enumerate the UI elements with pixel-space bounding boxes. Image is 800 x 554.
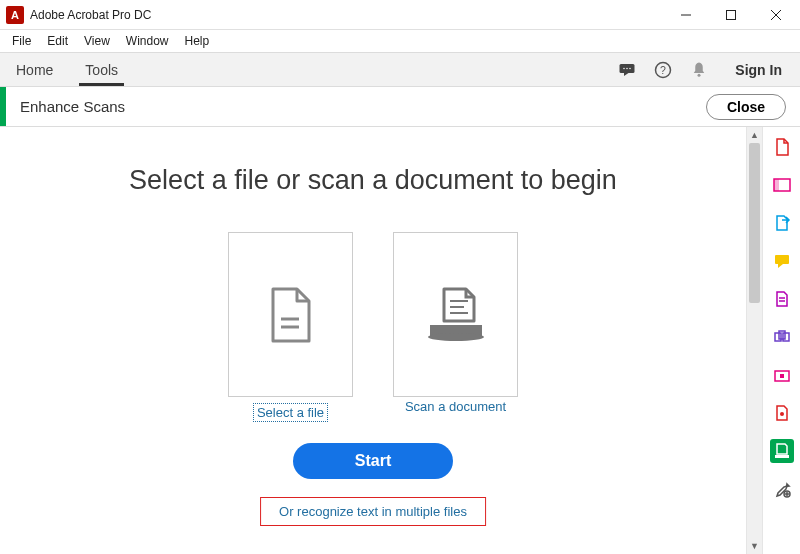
svg-rect-19 xyxy=(774,179,779,191)
svg-rect-24 xyxy=(775,333,781,341)
tab-tools[interactable]: Tools xyxy=(69,53,134,86)
document-icon xyxy=(265,285,317,345)
tabbar: Home Tools ? Sign In xyxy=(0,52,800,87)
content-pane: Select a file or scan a document to begi… xyxy=(0,127,746,554)
titlebar: A Adobe Acrobat Pro DC xyxy=(0,0,800,30)
scan-document-thumbnail xyxy=(393,232,518,397)
window-minimize-button[interactable] xyxy=(663,0,708,30)
vertical-scrollbar[interactable]: ▲ ▼ xyxy=(746,127,762,554)
compress-icon[interactable] xyxy=(770,401,794,425)
signin-button[interactable]: Sign In xyxy=(717,53,800,86)
svg-point-6 xyxy=(624,67,626,69)
notifications-icon[interactable] xyxy=(681,53,717,86)
app-logo-icon: A xyxy=(6,6,24,24)
menu-help[interactable]: Help xyxy=(177,32,218,50)
start-button[interactable]: Start xyxy=(293,443,453,479)
tool-name: Enhance Scans xyxy=(6,98,706,115)
edit-pdf-icon[interactable] xyxy=(770,173,794,197)
scroll-thumb[interactable] xyxy=(749,143,760,303)
scan-document-card[interactable]: Scan a document xyxy=(393,232,518,421)
option-cards: Select a file Scan a document xyxy=(0,232,746,421)
svg-point-7 xyxy=(627,67,629,69)
tool-header: Enhance Scans Close xyxy=(0,87,800,127)
scroll-track[interactable] xyxy=(747,143,762,538)
page-heading: Select a file or scan a document to begi… xyxy=(0,165,746,196)
tool-close-button[interactable]: Close xyxy=(706,94,786,120)
menu-view[interactable]: View xyxy=(76,32,118,50)
menubar: File Edit View Window Help xyxy=(0,30,800,52)
organize-icon[interactable] xyxy=(770,287,794,311)
svg-marker-5 xyxy=(624,73,629,76)
right-tool-rail xyxy=(762,127,800,554)
recognize-multiple-files-link[interactable]: Or recognize text in multiple files xyxy=(260,497,486,526)
workarea: Select a file or scan a document to begi… xyxy=(0,127,800,554)
messages-icon[interactable] xyxy=(609,53,645,86)
select-file-card[interactable]: Select a file xyxy=(228,232,353,421)
svg-text:?: ? xyxy=(660,63,666,75)
scroll-down-arrow-icon[interactable]: ▼ xyxy=(747,538,762,554)
select-file-thumbnail xyxy=(228,232,353,397)
enhance-scans-icon[interactable] xyxy=(770,439,794,463)
create-pdf-icon[interactable] xyxy=(770,135,794,159)
scan-document-label[interactable]: Scan a document xyxy=(405,399,506,414)
window-title: Adobe Acrobat Pro DC xyxy=(30,8,663,22)
svg-rect-25 xyxy=(779,331,785,339)
scroll-up-arrow-icon[interactable]: ▲ xyxy=(747,127,762,143)
combine-icon[interactable] xyxy=(770,325,794,349)
comment-icon[interactable] xyxy=(770,249,794,273)
svg-rect-30 xyxy=(775,455,789,458)
select-file-label[interactable]: Select a file xyxy=(255,405,326,420)
tab-home[interactable]: Home xyxy=(0,53,69,86)
svg-point-29 xyxy=(780,412,784,416)
menu-edit[interactable]: Edit xyxy=(39,32,76,50)
help-icon[interactable]: ? xyxy=(645,53,681,86)
svg-rect-20 xyxy=(775,255,789,264)
svg-point-11 xyxy=(698,73,701,76)
svg-point-8 xyxy=(630,67,632,69)
menu-window[interactable]: Window xyxy=(118,32,177,50)
window-maximize-button[interactable] xyxy=(708,0,753,30)
window-close-button[interactable] xyxy=(753,0,798,30)
scanner-icon xyxy=(424,287,488,343)
protect-icon[interactable] xyxy=(770,363,794,387)
menu-file[interactable]: File xyxy=(4,32,39,50)
svg-rect-1 xyxy=(726,10,735,19)
svg-point-17 xyxy=(428,333,484,341)
more-tools-icon[interactable] xyxy=(770,477,794,501)
svg-marker-21 xyxy=(778,264,783,268)
export-pdf-icon[interactable] xyxy=(770,211,794,235)
svg-rect-28 xyxy=(780,374,784,378)
svg-rect-26 xyxy=(783,333,789,341)
